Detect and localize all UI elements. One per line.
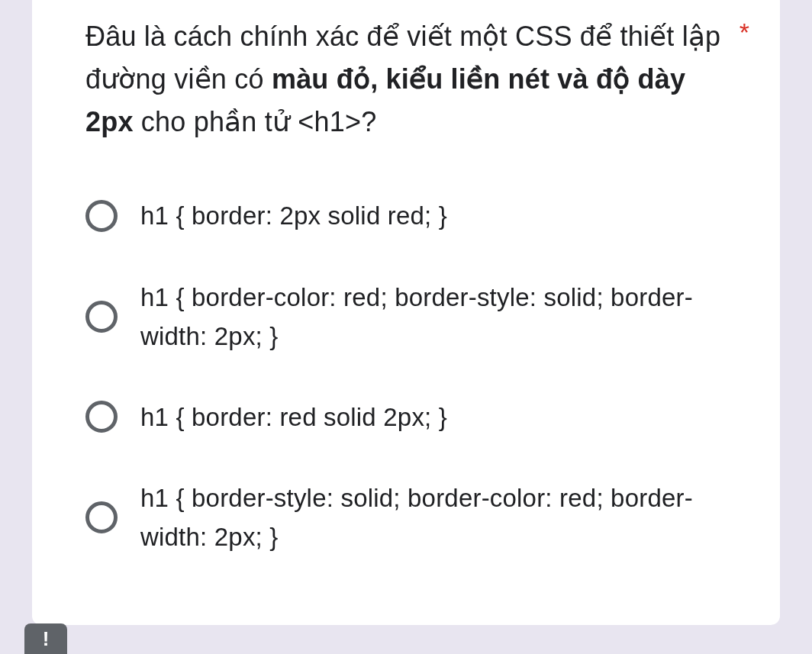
required-asterisk: *: [740, 15, 749, 49]
question-card: Đâu là cách chính xác để viết một CSS để…: [32, 0, 780, 625]
question-part2: cho phần tử <h1>?: [134, 106, 377, 137]
option-label: h1 { border-style: solid; border-color: …: [140, 478, 749, 556]
option-label: h1 { border: 2px solid red; }: [140, 196, 447, 235]
option-label: h1 { border-color: red; border-style: so…: [140, 278, 749, 356]
option-label: h1 { border: red solid 2px; }: [140, 398, 447, 437]
radio-icon[interactable]: [85, 200, 118, 232]
report-problem-button[interactable]: !: [24, 623, 67, 654]
exclamation-icon: !: [43, 629, 50, 649]
radio-icon[interactable]: [85, 401, 118, 433]
option-3[interactable]: h1 { border: red solid 2px; }: [85, 398, 749, 437]
question-text: Đâu là cách chính xác để viết một CSS để…: [85, 15, 724, 143]
radio-icon[interactable]: [85, 501, 118, 533]
question-row: Đâu là cách chính xác để viết một CSS để…: [85, 15, 749, 143]
options-group: h1 { border: 2px solid red; } h1 { borde…: [85, 196, 749, 556]
option-1[interactable]: h1 { border: 2px solid red; }: [85, 196, 749, 235]
option-2[interactable]: h1 { border-color: red; border-style: so…: [85, 278, 749, 356]
option-4[interactable]: h1 { border-style: solid; border-color: …: [85, 478, 749, 556]
radio-icon[interactable]: [85, 301, 118, 333]
